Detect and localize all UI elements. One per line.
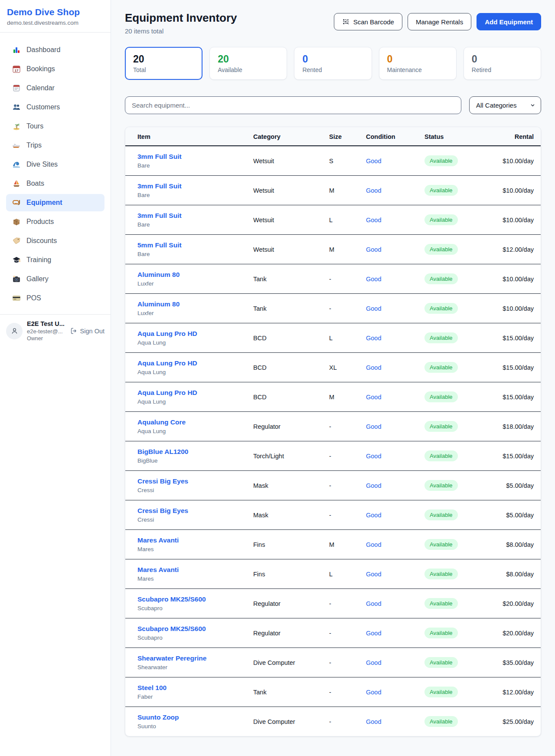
stat-card-maintenance[interactable]: 0Maintenance	[379, 47, 457, 80]
item-condition-link[interactable]: Good	[366, 600, 381, 607]
item-status-cell: Available	[424, 353, 498, 382]
sidebar-item-label: Gallery	[26, 275, 49, 283]
item-condition-link[interactable]: Good	[366, 659, 381, 666]
item-condition-cell: Good	[366, 146, 424, 176]
item-size: -	[329, 618, 366, 648]
item-cell: Mares AvantiMares	[125, 559, 253, 589]
item-size: M	[329, 382, 366, 412]
item-name-link[interactable]: Cressi Big Eyes	[137, 477, 188, 485]
item-name-link[interactable]: Mares Avanti	[137, 536, 179, 544]
item-status-cell: Available	[424, 323, 498, 353]
item-condition-link[interactable]: Good	[366, 364, 381, 371]
sidebar-item-customers[interactable]: Customers	[6, 99, 104, 116]
item-condition-cell: Good	[366, 205, 424, 235]
sidebar-item-dashboard[interactable]: Dashboard	[6, 41, 104, 59]
sidebar-item-pos[interactable]: POS	[6, 289, 104, 307]
sidebar-item-training[interactable]: Training	[6, 251, 104, 269]
item-brand: Bare	[137, 251, 253, 257]
item-condition-link[interactable]: Good	[366, 217, 381, 224]
item-category: Tank	[253, 294, 329, 323]
item-condition-link[interactable]: Good	[366, 276, 381, 283]
item-cell: 5mm Full SuitBare	[125, 235, 253, 264]
item-name-link[interactable]: 5mm Full Suit	[137, 241, 182, 249]
item-size: M	[329, 176, 366, 205]
sidebar-item-tours[interactable]: Tours	[6, 118, 104, 135]
search-input[interactable]	[125, 96, 461, 114]
item-category: Torch/Light	[253, 441, 329, 471]
sign-out-label: Sign Out	[80, 328, 104, 335]
stat-value: 20	[133, 53, 194, 65]
logo-block: Demo Dive Shop demo.test.divestreams.com	[0, 0, 111, 33]
status-badge: Available	[424, 155, 458, 166]
item-condition-link[interactable]: Good	[366, 158, 381, 164]
item-condition-link[interactable]: Good	[366, 689, 381, 696]
item-name-link[interactable]: Scubapro MK25/S600	[137, 625, 206, 633]
package-icon	[12, 217, 21, 226]
item-name-link[interactable]: 3mm Full Suit	[137, 182, 182, 190]
item-name-link[interactable]: Mares Avanti	[137, 566, 179, 574]
item-condition-cell: Good	[366, 441, 424, 471]
item-name-link[interactable]: Scubapro MK25/S600	[137, 595, 206, 603]
item-condition-link[interactable]: Good	[366, 630, 381, 637]
item-condition-link[interactable]: Good	[366, 305, 381, 312]
item-condition-link[interactable]: Good	[366, 512, 381, 519]
graduation-cap-icon	[12, 256, 21, 264]
sidebar-item-gallery[interactable]: Gallery	[6, 270, 104, 288]
item-condition-link[interactable]: Good	[366, 482, 381, 489]
sidebar-item-calendar[interactable]: Calendar	[6, 79, 104, 97]
item-condition-link[interactable]: Good	[366, 187, 381, 194]
item-name-link[interactable]: Aqua Lung Pro HD	[137, 359, 197, 367]
stat-card-rented[interactable]: 0Rented	[294, 47, 372, 80]
item-name-link[interactable]: Aqua Lung Pro HD	[137, 330, 197, 338]
column-header-condition: Condition	[366, 127, 424, 146]
item-name-link[interactable]: Steel 100	[137, 684, 166, 692]
item-condition-link[interactable]: Good	[366, 394, 381, 401]
item-condition-link[interactable]: Good	[366, 541, 381, 548]
brand-name: Demo Dive Shop	[7, 7, 104, 17]
item-condition-cell: Good	[366, 559, 424, 589]
stat-card-available[interactable]: 20Available	[209, 47, 287, 80]
item-name-link[interactable]: Aluminum 80	[137, 271, 180, 279]
item-category: Mask	[253, 471, 329, 500]
sidebar-item-boats[interactable]: Boats	[6, 175, 104, 192]
item-name-link[interactable]: Shearwater Peregrine	[137, 654, 206, 662]
item-brand: Scubapro	[137, 605, 253, 611]
stat-card-retired[interactable]: 0Retired	[464, 47, 541, 80]
item-name-link[interactable]: BigBlue AL1200	[137, 448, 188, 456]
status-badge: Available	[424, 391, 458, 402]
stat-card-total[interactable]: 20Total	[125, 47, 202, 80]
sidebar-item-equipment[interactable]: Equipment	[6, 194, 104, 211]
item-condition-link[interactable]: Good	[366, 453, 381, 460]
item-name-link[interactable]: 3mm Full Suit	[137, 153, 182, 161]
item-condition-link[interactable]: Good	[366, 335, 381, 342]
sidebar-item-products[interactable]: Products	[6, 213, 104, 230]
item-category: Regulator	[253, 618, 329, 648]
item-name-link[interactable]: Aqualung Core	[137, 418, 186, 426]
item-condition-link[interactable]: Good	[366, 718, 381, 725]
item-name-link[interactable]: 3mm Full Suit	[137, 212, 182, 220]
sidebar-item-discounts[interactable]: Discounts	[6, 232, 104, 250]
item-status-cell: Available	[424, 235, 498, 264]
item-status-cell: Available	[424, 176, 498, 205]
sidebar-item-trips[interactable]: Trips	[6, 137, 104, 154]
add-equipment-button[interactable]: Add Equipment	[477, 13, 541, 30]
manage-rentals-button[interactable]: Manage Rentals	[408, 13, 471, 30]
item-condition-link[interactable]: Good	[366, 246, 381, 253]
sign-out-button[interactable]: Sign Out	[70, 327, 104, 335]
item-category: Fins	[253, 530, 329, 559]
sidebar-item-bookings[interactable]: 17Bookings	[6, 60, 104, 78]
item-status-cell: Available	[424, 530, 498, 559]
item-name-link[interactable]: Aqua Lung Pro HD	[137, 389, 197, 397]
item-status-cell: Available	[424, 471, 498, 500]
item-condition-link[interactable]: Good	[366, 423, 381, 430]
item-status-cell: Available	[424, 618, 498, 648]
item-name-link[interactable]: Aluminum 80	[137, 300, 180, 308]
item-condition-cell: Good	[366, 382, 424, 412]
category-select[interactable]: All Categories	[469, 96, 541, 114]
item-name-link[interactable]: Suunto Zoop	[137, 713, 179, 721]
sidebar-item-dive-sites[interactable]: Dive Sites	[6, 156, 104, 173]
item-condition-link[interactable]: Good	[366, 571, 381, 578]
item-name-link[interactable]: Cressi Big Eyes	[137, 507, 188, 515]
scan-barcode-button[interactable]: Scan Barcode	[334, 13, 402, 30]
item-status-cell: Available	[424, 707, 498, 736]
